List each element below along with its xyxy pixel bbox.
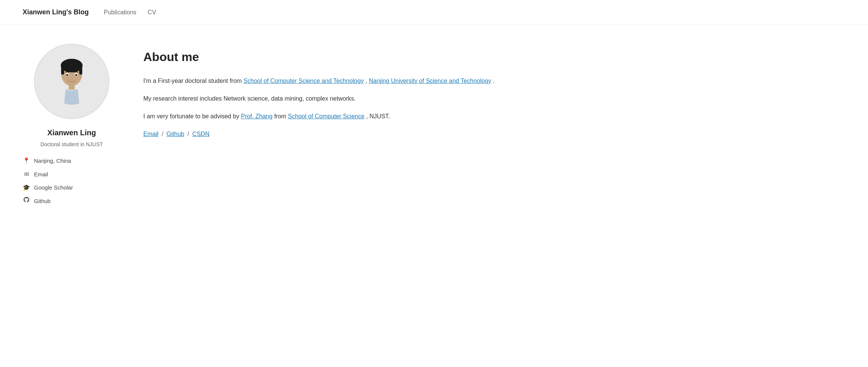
separator-2: / <box>187 131 191 137</box>
link-school-of-cs[interactable]: School of Computer Science <box>288 113 364 119</box>
github-link[interactable]: Github <box>34 197 51 206</box>
svg-point-8 <box>75 74 77 76</box>
p3-text-after: , NJUST. <box>366 113 390 119</box>
nav-links: Publications CV <box>104 8 156 17</box>
nav-publications[interactable]: Publications <box>104 9 136 15</box>
contact-github-link[interactable]: Github <box>166 131 184 137</box>
link-prof-zhang[interactable]: Prof. Zhang <box>241 113 273 119</box>
email-icon: ✉ <box>23 170 30 179</box>
about-contact-links: Email / Github / CSDN <box>143 129 505 139</box>
main-content: About me I'm a First-year doctoral stude… <box>143 44 505 206</box>
scholar-link[interactable]: Google Scholar <box>34 183 73 192</box>
scholar-icon: 🎓 <box>23 183 30 193</box>
profile-name: Xianwen Ling <box>48 127 96 139</box>
location-icon: 📍 <box>23 156 30 166</box>
about-paragraph-3: I am very fortunate to be advised by Pro… <box>143 111 505 121</box>
github-item[interactable]: Github <box>23 196 121 206</box>
email-link[interactable]: Email <box>34 170 48 179</box>
about-paragraph-2: My research interest includes Network sc… <box>143 93 505 104</box>
location-item: 📍 Nanjing, China <box>23 156 121 166</box>
avatar <box>34 44 109 119</box>
profile-links: 📍 Nanjing, China ✉ Email 🎓 Google Schola… <box>23 156 121 206</box>
p3-text-before: I am very fortunate to be advised by <box>143 113 241 119</box>
p1-text-before: I'm a First-year doctoral student from <box>143 78 243 84</box>
profile-title: Doctoral student in NJUST <box>40 140 103 148</box>
about-paragraph-1: I'm a First-year doctoral student from S… <box>143 76 505 86</box>
svg-rect-4 <box>69 84 75 90</box>
email-item[interactable]: ✉ Email <box>23 170 121 179</box>
sidebar: Xianwen Ling Doctoral student in NJUST 📍… <box>23 44 121 206</box>
svg-point-7 <box>66 74 68 76</box>
p1-text-after: . <box>493 78 495 84</box>
svg-rect-2 <box>61 65 64 75</box>
link-njust[interactable]: Nanjing University of Science and Techno… <box>369 78 491 84</box>
scholar-item[interactable]: 🎓 Google Scholar <box>23 183 121 193</box>
github-icon <box>23 196 30 206</box>
nav-brand[interactable]: Xianwen Ling's Blog <box>23 7 89 18</box>
separator-1: / <box>161 131 165 137</box>
contact-csdn-link[interactable]: CSDN <box>192 131 209 137</box>
avatar-svg <box>49 58 94 118</box>
nav-cv[interactable]: CV <box>148 9 156 15</box>
navbar: Xianwen Ling's Blog Publications CV <box>0 0 868 25</box>
svg-rect-3 <box>79 65 82 75</box>
main-container: Xianwen Ling Doctoral student in NJUST 📍… <box>0 25 528 225</box>
link-school-cs[interactable]: School of Computer Science and Technolog… <box>243 78 364 84</box>
p2-text: My research interest includes Network sc… <box>143 95 356 102</box>
contact-email-link[interactable]: Email <box>143 131 158 137</box>
p3-text-between: from <box>274 113 288 119</box>
p1-text-between: , <box>366 78 369 84</box>
location-text: Nanjing, China <box>34 156 71 165</box>
about-title: About me <box>143 47 505 67</box>
